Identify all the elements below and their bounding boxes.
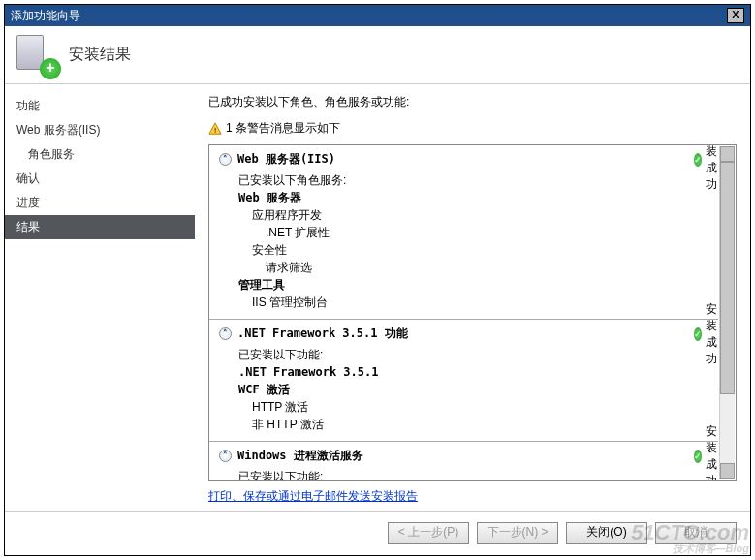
collapse-icon[interactable]: ˄ — [219, 153, 232, 166]
success-icon: ✓ — [694, 450, 702, 463]
result-group-2: ˄Windows 进程激活服务✓安装成功已安装以下功能: — [209, 442, 718, 481]
print-save-email-link[interactable]: 打印、保存或通过电子邮件发送安装报告 — [208, 489, 418, 503]
group-title: Web 服务器(IIS) — [237, 151, 335, 168]
window-title: 添加功能向导 — [11, 8, 80, 24]
svg-text:!: ! — [214, 125, 216, 134]
close-button[interactable]: 关闭(O) — [566, 522, 647, 544]
feature-line: WCF 激活 — [238, 381, 708, 398]
feature-line: HTTP 激活 — [238, 398, 708, 416]
sidebar-item-0[interactable]: 功能 — [5, 94, 195, 118]
button-bar: < 上一步(P) 下一步(N) > 关闭(O) 取消 — [5, 511, 750, 553]
group-header[interactable]: ˄.NET Framework 3.5.1 功能✓安装成功 — [219, 326, 708, 342]
feature-line: IIS 管理控制台 — [238, 294, 708, 311]
success-icon: ✓ — [694, 153, 702, 167]
feature-line: .NET Framework 3.5.1 — [238, 363, 708, 381]
titlebar: 添加功能向导 X — [5, 5, 750, 26]
group-header[interactable]: ˄Windows 进程激活服务✓安装成功 — [219, 448, 708, 464]
sidebar-item-4[interactable]: 进度 — [5, 191, 195, 215]
cancel-button: 取消 — [655, 522, 737, 544]
group-body: 已安装以下功能: — [219, 464, 708, 481]
group-intro: 已安装以下功能: — [238, 468, 708, 481]
sidebar-item-5[interactable]: 结果 — [5, 215, 195, 239]
collapse-icon[interactable]: ˄ — [219, 450, 232, 462]
feature-line: 应用程序开发 — [238, 206, 708, 224]
window-close-button[interactable]: X — [727, 8, 744, 23]
group-header[interactable]: ˄Web 服务器(IIS)✓安装成功 — [219, 151, 708, 168]
page-title: 安装结果 — [69, 45, 131, 65]
result-group-0: ˄Web 服务器(IIS)✓安装成功已安装以下角色服务:Web 服务器应用程序开… — [209, 145, 718, 320]
prev-button: < 上一步(P) — [388, 522, 469, 544]
group-title: .NET Framework 3.5.1 功能 — [237, 326, 408, 342]
sidebar-item-1[interactable]: Web 服务器(IIS) — [5, 118, 195, 142]
feature-line: 非 HTTP 激活 — [238, 416, 708, 433]
group-title: Windows 进程激活服务 — [237, 448, 363, 464]
main-panel: 已成功安装以下角色、角色服务或功能: ! 1 条警告消息显示如下 ˄Web 服务… — [195, 84, 750, 511]
feature-line: 安全性 — [238, 241, 708, 259]
server-plus-icon: + — [16, 35, 57, 76]
wizard-window: 添加功能向导 X + 安装结果 功能Web 服务器(IIS)角色服务确认进度结果… — [4, 4, 751, 556]
collapse-icon[interactable]: ˄ — [219, 327, 232, 340]
feature-line: 请求筛选 — [238, 259, 708, 276]
result-group-1: ˄.NET Framework 3.5.1 功能✓安装成功已安装以下功能:.NE… — [209, 320, 718, 442]
feature-line: .NET 扩展性 — [238, 224, 708, 241]
group-intro: 已安装以下功能: — [238, 346, 708, 363]
summary-text: 已成功安装以下角色、角色服务或功能: — [208, 94, 737, 110]
warning-row: ! 1 条警告消息显示如下 — [208, 120, 737, 137]
group-intro: 已安装以下角色服务: — [238, 171, 708, 189]
scrollbar[interactable] — [719, 146, 735, 479]
sidebar-item-2[interactable]: 角色服务 — [5, 142, 195, 167]
wizard-sidebar: 功能Web 服务器(IIS)角色服务确认进度结果 — [5, 84, 195, 511]
sidebar-item-3[interactable]: 确认 — [5, 167, 195, 191]
group-body: 已安装以下角色服务:Web 服务器应用程序开发.NET 扩展性安全性请求筛选管理… — [219, 168, 708, 313]
next-button: 下一步(N) > — [477, 522, 558, 544]
wizard-header: + 安装结果 — [5, 26, 750, 84]
warning-text: 1 条警告消息显示如下 — [226, 120, 340, 137]
group-body: 已安装以下功能:.NET Framework 3.5.1WCF 激活HTTP 激… — [219, 342, 708, 435]
feature-line: Web 服务器 — [238, 189, 708, 206]
warning-icon: ! — [208, 122, 222, 136]
feature-line: 管理工具 — [238, 276, 708, 294]
success-icon: ✓ — [694, 327, 702, 341]
results-list: ˄Web 服务器(IIS)✓安装成功已安装以下角色服务:Web 服务器应用程序开… — [208, 144, 737, 481]
